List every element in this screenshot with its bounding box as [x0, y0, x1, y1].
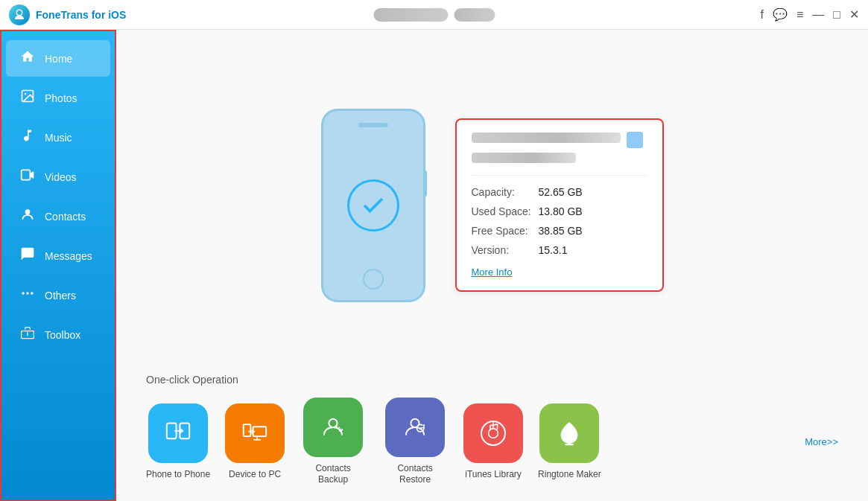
contacts-backup-icon: [303, 398, 363, 457]
home-icon: [19, 49, 36, 68]
svg-point-4: [25, 209, 31, 214]
device-info-header: [472, 132, 647, 176]
action-ringtone-maker[interactable]: Ringtone Maker: [538, 403, 601, 481]
sidebar-item-photos[interactable]: Photos: [6, 80, 110, 116]
svg-point-5: [22, 292, 25, 294]
contacts-icon: [19, 207, 36, 226]
sidebar-item-others[interactable]: Others: [6, 277, 110, 313]
bottom-section: One-click Operation Phone to Phone: [116, 374, 868, 501]
sidebar-item-contacts[interactable]: Contacts: [6, 198, 110, 234]
used-space-label: Used Space:: [472, 205, 539, 217]
ringtone-maker-label: Ringtone Maker: [538, 469, 601, 481]
action-contacts-backup[interactable]: Contacts Backup: [300, 398, 367, 486]
svg-point-6: [26, 292, 28, 294]
main-layout: Home Photos Music Videos Contacts: [0, 30, 868, 501]
svg-point-7: [31, 292, 33, 294]
action-contacts-restore[interactable]: Contacts Restore: [381, 398, 449, 486]
sidebar: Home Photos Music Videos Contacts: [0, 30, 116, 501]
app-logo: [9, 4, 30, 25]
sidebar-label-home: Home: [45, 53, 72, 65]
device-to-pc-icon: [225, 403, 285, 463]
menu-icon[interactable]: ≡: [796, 8, 803, 22]
ringtone-maker-icon: [539, 403, 599, 463]
window-controls: f 💬 ≡ — □ ✕: [761, 7, 859, 22]
sidebar-label-photos: Photos: [45, 92, 77, 104]
one-click-label: One-click Operation: [146, 374, 838, 386]
svg-point-0: [16, 10, 22, 16]
facebook-icon[interactable]: f: [761, 8, 764, 22]
used-space-value: 13.80 GB: [539, 205, 583, 217]
svg-rect-13: [244, 424, 251, 436]
titlebar: FoneTrans for iOS f 💬 ≡ — □ ✕: [0, 0, 868, 30]
phone-illustration: [321, 109, 425, 302]
contacts-restore-label: Contacts Restore: [381, 463, 449, 486]
svg-point-2: [25, 93, 27, 95]
capacity-row: Capacity: 52.65 GB: [472, 186, 647, 198]
maximize-button[interactable]: □: [833, 8, 840, 22]
device-type-blurred: [454, 8, 495, 22]
music-icon: [19, 128, 36, 147]
device-name-blurred: [472, 133, 621, 143]
version-label: Version:: [472, 244, 539, 256]
itunes-library-icon: [463, 403, 523, 463]
sidebar-item-videos[interactable]: Videos: [6, 159, 110, 195]
sidebar-item-music[interactable]: Music: [6, 119, 110, 156]
quick-actions: Phone to Phone Device to: [146, 398, 838, 486]
phone-to-phone-label: Phone to Phone: [146, 469, 210, 481]
sidebar-label-messages: Messages: [45, 250, 92, 262]
titlebar-center: [373, 8, 495, 22]
messages-icon: [19, 246, 36, 265]
capacity-label: Capacity:: [472, 186, 539, 198]
toolbox-icon: [19, 325, 36, 344]
phone-to-phone-icon: [148, 403, 208, 463]
action-itunes-library[interactable]: iTunes Library: [463, 403, 523, 481]
action-device-to-pc[interactable]: Device to PC: [225, 403, 285, 481]
itunes-library-label: iTunes Library: [465, 469, 522, 481]
content-area: Capacity: 52.65 GB Used Space: 13.80 GB …: [116, 30, 868, 501]
device-section: Capacity: 52.65 GB Used Space: 13.80 GB …: [116, 30, 868, 374]
phone-speaker: [358, 123, 388, 127]
free-space-value: 38.85 GB: [539, 225, 583, 237]
device-info-card: Capacity: 52.65 GB Used Space: 13.80 GB …: [455, 118, 664, 292]
device-to-pc-label: Device to PC: [229, 469, 281, 481]
version-row: Version: 15.3.1: [472, 244, 647, 256]
sidebar-label-contacts: Contacts: [45, 211, 86, 223]
others-icon: [19, 286, 36, 304]
free-space-label: Free Space:: [472, 225, 539, 237]
phone-check-circle: [347, 179, 399, 232]
sidebar-label-videos: Videos: [45, 171, 77, 183]
sidebar-label-music: Music: [45, 132, 72, 144]
device-avatar: [627, 132, 643, 148]
version-value: 15.3.1: [539, 244, 568, 256]
sidebar-item-messages[interactable]: Messages: [6, 237, 110, 274]
photos-icon: [19, 89, 36, 107]
device-model-blurred: [472, 153, 576, 163]
phone-side-button: [424, 170, 427, 197]
sidebar-item-home[interactable]: Home: [6, 40, 110, 77]
sidebar-label-toolbox: Toolbox: [45, 329, 80, 341]
close-button[interactable]: ✕: [849, 7, 859, 22]
phone-home-button: [363, 269, 384, 290]
svg-point-18: [329, 419, 337, 427]
device-name-blurred: [373, 8, 448, 22]
svg-rect-3: [22, 170, 31, 179]
sidebar-item-toolbox[interactable]: Toolbox: [6, 316, 110, 353]
free-space-row: Free Space: 38.85 GB: [472, 225, 647, 237]
capacity-value: 52.65 GB: [539, 186, 583, 198]
minimize-button[interactable]: —: [812, 8, 824, 22]
contacts-backup-label: Contacts Backup: [300, 463, 367, 486]
videos-icon: [19, 167, 36, 186]
used-space-row: Used Space: 13.80 GB: [472, 205, 647, 217]
contacts-restore-icon: [385, 398, 445, 457]
action-phone-to-phone[interactable]: Phone to Phone: [146, 403, 210, 481]
more-link[interactable]: More>>: [805, 436, 838, 447]
sidebar-label-others: Others: [45, 290, 76, 301]
chat-icon[interactable]: 💬: [773, 7, 788, 22]
more-info-link[interactable]: More Info: [472, 267, 513, 278]
